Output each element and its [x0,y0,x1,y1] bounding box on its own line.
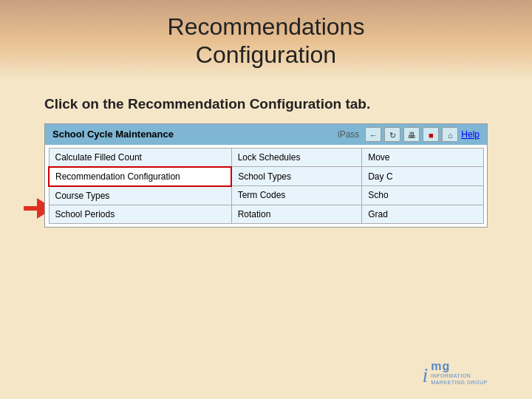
grid-cell-col2[interactable]: School Types [231,167,362,186]
ipass-label: iPass [338,129,359,140]
grid-cell-col3[interactable]: Scho [362,186,484,205]
intro-text: Click on the Recommendation Configuratio… [44,95,488,115]
header-section: Recommendations Configuration [0,0,532,81]
menu-grid: Calculate Filled CountLock SchedulesMove… [48,148,484,224]
title-line2: Configuration [196,41,336,68]
grid-cell-col1[interactable]: Recommendation Configuration [49,167,231,186]
footer-logo: i mg INFORMATION MARKETING GROUP [422,360,488,386]
home-button[interactable]: ⌂ [442,127,458,142]
logo-subtitle: INFORMATION MARKETING GROUP [431,373,488,386]
toolbar-area: iPass ← ↻ 🖶 ■ ⌂ Help [338,127,480,142]
page-title: Recommendations Configuration [168,13,365,69]
grid-cell-col1[interactable]: School Periods [49,205,231,223]
grid-cell-col2[interactable]: Rotation [231,205,362,223]
grid-wrapper: Calculate Filled CountLock SchedulesMove… [45,145,487,227]
grid-cell-col1[interactable]: Calculate Filled Count [49,148,231,167]
logo-mg-block: mg INFORMATION MARKETING GROUP [431,360,488,386]
arrow-shaft [24,206,37,211]
grid-cell-col1[interactable]: Course Types [49,186,231,205]
favorites-button[interactable]: ■ [423,127,439,142]
help-link[interactable]: Help [461,129,480,140]
grid-cell-col3[interactable]: Grad [362,205,484,223]
refresh-button[interactable]: ↻ [384,127,400,142]
table-row[interactable]: School PeriodsRotationGrad [49,205,484,223]
title-line1: Recommendations [168,13,365,40]
print-button[interactable]: 🖶 [403,127,420,142]
table-row[interactable]: Course TypesTerm CodesScho [49,186,484,205]
ui-titlebar: School Cycle Maintenance iPass ← ↻ 🖶 ■ ⌂… [45,124,487,145]
table-row[interactable]: Recommendation ConfigurationSchool Types… [49,167,484,186]
grid-cell-col2[interactable]: Term Codes [231,186,362,205]
window-title: School Cycle Maintenance [52,129,174,140]
back-button[interactable]: ← [365,127,381,142]
grid-cell-col2[interactable]: Lock Schedules [231,148,362,167]
grid-cell-col3[interactable]: Move [362,148,484,167]
table-row[interactable]: Calculate Filled CountLock SchedulesMove [49,148,484,167]
grid-cell-col3[interactable]: Day C [362,167,484,186]
ui-window: School Cycle Maintenance iPass ← ↻ 🖶 ■ ⌂… [44,123,488,228]
logo-mg-text: mg [431,360,450,372]
logo-i-letter: i [422,365,428,386]
